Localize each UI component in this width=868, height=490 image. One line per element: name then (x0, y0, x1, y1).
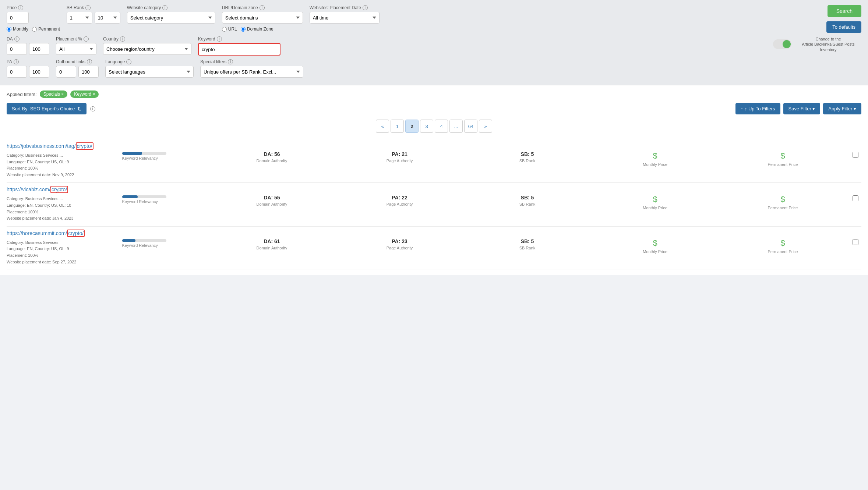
result-date-2: Website placement date: Sep 27, 2022 (7, 259, 80, 266)
website-category-select[interactable]: Select category (127, 12, 215, 24)
sb-col-0: SB: 5 SB Rank (463, 151, 591, 167)
page-3-button[interactable]: 3 (420, 120, 433, 133)
specials-tag[interactable]: Specials × (40, 90, 68, 98)
permanent-radio[interactable] (32, 27, 37, 32)
placement-pct-info-icon[interactable]: i (84, 36, 89, 42)
page-64-button[interactable]: 64 (464, 120, 477, 133)
language-info-icon[interactable]: i (126, 59, 131, 64)
url-radio-label[interactable]: URL (222, 26, 237, 32)
defaults-button[interactable]: To defaults (826, 21, 861, 33)
language-select[interactable]: Select languages (105, 66, 194, 78)
monthly-price-icon-0: $ (653, 151, 657, 161)
keyword-relevancy-label-1: Keyword Relevancy (122, 199, 166, 204)
result-lang-2: Language: EN, Country: US, OL: 9 (7, 246, 80, 252)
page-1-button[interactable]: 1 (391, 120, 404, 133)
keyword-info-icon[interactable]: i (217, 36, 222, 42)
sort-row: Sort By: SEO Expert's Choice ⇅ i ↑ ↑ Up … (7, 103, 861, 114)
result-category-0: Category: Business Services ... (7, 152, 80, 159)
da-label-2: Domain Authority (257, 246, 287, 250)
apply-filter-button[interactable]: Apply Filter ▾ (823, 103, 861, 114)
placement-date-select[interactable]: All time (310, 12, 380, 24)
page-next-button[interactable]: » (479, 120, 492, 133)
url-radio[interactable] (222, 27, 227, 32)
sb-rank-info-icon[interactable]: i (85, 5, 91, 10)
pa-max-input[interactable] (29, 66, 49, 78)
monthly-price-label-1: Monthly Price (643, 206, 667, 210)
price-label: Price i (7, 5, 60, 10)
page-prev-button[interactable]: « (376, 120, 389, 133)
result-placement-0: Placement: 100% (7, 165, 80, 172)
pa-min-input[interactable] (7, 66, 27, 78)
da-info-icon[interactable]: i (14, 36, 20, 42)
da-max-input[interactable] (29, 43, 49, 55)
checkbox-col-1 (847, 195, 861, 210)
page-2-button[interactable]: 2 (405, 120, 419, 133)
sb-rank-label-0: SB Rank (519, 159, 535, 163)
url-domain-select[interactable]: Select domains (222, 12, 303, 24)
domain-radio[interactable] (241, 27, 246, 32)
ob-min-input[interactable] (56, 66, 76, 78)
up-to-filters-button[interactable]: ↑ ↑ Up To Filters (735, 103, 780, 114)
url-radio-text: URL (228, 26, 237, 32)
sb-value-2: SB: 5 (521, 238, 534, 244)
website-category-filter: Website category i Select category (127, 5, 215, 24)
permanent-price-icon-0: $ (780, 151, 785, 161)
country-select[interactable]: Choose region/country (103, 43, 191, 55)
sort-by-button[interactable]: Sort By: SEO Expert's Choice ⇅ (7, 103, 87, 114)
search-button[interactable]: Search (828, 5, 861, 17)
da-value-0: DA: 56 (264, 151, 280, 157)
result-url-1[interactable]: https://vicabiz.com/crypto/ (7, 186, 68, 193)
website-category-info-icon[interactable]: i (162, 5, 167, 10)
save-filter-button[interactable]: Save Filter ▾ (783, 103, 821, 114)
domain-radio-label[interactable]: Domain Zone (241, 26, 274, 32)
page-ellipsis-button[interactable]: ... (449, 120, 463, 133)
monthly-radio-label[interactable]: Monthly (7, 26, 28, 32)
result-checkbox-2[interactable] (853, 239, 858, 245)
pa-value-1: PA: 22 (392, 195, 407, 200)
placement-date-info-icon[interactable]: i (363, 5, 368, 10)
pa-info-icon[interactable]: i (14, 59, 19, 64)
sort-info-icon[interactable]: i (90, 106, 95, 111)
result-date-0: Website placement date: Nov 9, 2022 (7, 172, 80, 178)
sb-rank-label: SB Rank i (67, 5, 120, 10)
specials-tag-label: Specials × (43, 92, 64, 97)
result-url-2[interactable]: https://horecasummit.com/crypto/ (7, 230, 85, 237)
special-filters-select[interactable]: Unique offers per SB Rank, Excl... (200, 66, 303, 78)
keyword-input-wrapper (198, 43, 280, 56)
special-filters-info-icon[interactable]: i (228, 59, 233, 64)
sb-rank-label-1: SB Rank (519, 202, 535, 206)
placement-pct-select[interactable]: All 50+75+90+ (56, 43, 96, 55)
ob-max-input[interactable] (78, 66, 99, 78)
da-value-2: DA: 61 (264, 238, 280, 244)
pagination: « 1 2 3 4 ... 64 » (7, 120, 861, 133)
result-lang-1: Language: EN, Country: US, OL: 10 (7, 202, 80, 209)
sb-rank-min-select[interactable]: 123 (67, 12, 92, 24)
pa-label: PA i (7, 59, 49, 64)
da-min-input[interactable] (7, 43, 27, 55)
da-filter: DA i (7, 36, 49, 55)
result-checkbox-0[interactable] (853, 152, 858, 158)
result-checkbox-1[interactable] (853, 195, 858, 201)
price-min-input[interactable] (7, 12, 29, 24)
permanent-radio-label[interactable]: Permanent (32, 26, 60, 32)
price-info-icon[interactable]: i (18, 5, 23, 10)
da-col-0: DA: 56 Domain Authority (208, 151, 336, 167)
keyword-input[interactable] (199, 44, 280, 55)
sb-rank-max-select[interactable]: 1053 (95, 12, 120, 24)
keyword-tag-label: Keyword × (74, 92, 95, 97)
page-4-button[interactable]: 4 (435, 120, 448, 133)
result-url-0[interactable]: https://jobvsbusiness.com/tag/crypto/ (7, 142, 93, 150)
sb-col-2: SB: 5 SB Rank (463, 238, 591, 254)
inventory-toggle[interactable] (773, 39, 791, 49)
outbound-info-icon[interactable]: i (87, 59, 92, 64)
country-info-icon[interactable]: i (120, 36, 125, 42)
monthly-radio[interactable] (7, 27, 11, 32)
pa-value-0: PA: 21 (392, 151, 407, 157)
url-domain-info-icon[interactable]: i (260, 5, 265, 10)
keyword-tag[interactable]: Keyword × (70, 90, 99, 98)
placement-date-filter: Websites' Placement Date i All time (310, 5, 380, 24)
permanent-price-icon-1: $ (780, 195, 785, 204)
sb-value-0: SB: 5 (521, 151, 534, 157)
language-filter: Language i Select languages (105, 59, 194, 78)
keyword-relevancy-col-2: Keyword Relevancy (80, 238, 208, 254)
